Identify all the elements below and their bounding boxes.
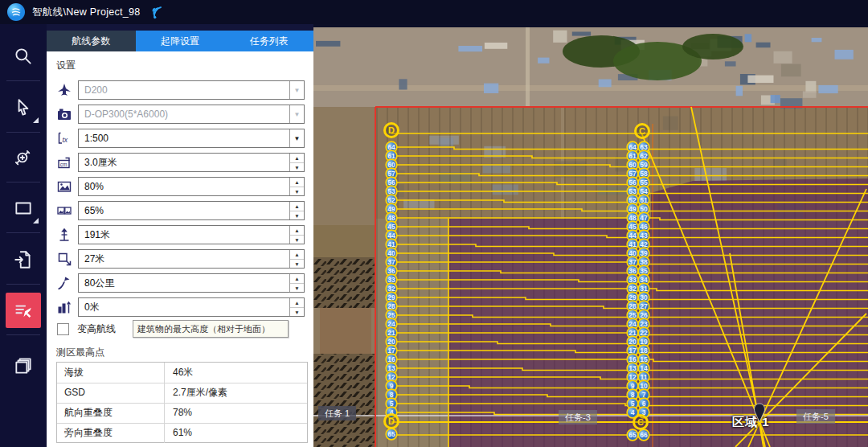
cursor-icon [13,97,34,118]
route-parameters-panel: 航线参数起降设置任务列表 设置 D200▼D-OP300(5*A6000)▼tx… [47,24,313,447]
variable-height-label: 变高航线 [77,322,116,335]
import-file-icon [13,249,34,270]
field-row-side-overlap: 65%▲▼ [47,201,313,220]
toolbar-separator [6,232,40,233]
gsd-input[interactable]: 3.0厘米▲▼ [78,153,305,172]
stats-row-2: GSD2.7厘米/像素 [57,383,307,404]
tool-import-file[interactable] [6,242,41,277]
title-bar: 智航线\New Project_98 [0,0,868,24]
max-distance-value: 80公里 [84,274,114,292]
tab-takeoff-settings[interactable]: 起降设置 [136,31,225,51]
tool-search[interactable] [6,39,41,74]
side-overlap-input[interactable]: 65%▲▼ [78,201,305,220]
svg-text:D: D [388,125,395,135]
tool-palette [0,24,47,447]
submenu-corner-icon [33,117,39,123]
layers-icon [13,355,34,376]
forward-overlap-input[interactable]: 80%▲▼ [78,177,305,196]
region-label: 区域 1 [732,415,770,430]
svg-text:4: 4 [631,408,635,416]
margin-icon [57,252,72,266]
tooltip: 建筑物的最大高度（相对于地面） [133,320,289,338]
tool-route-edit[interactable] [6,293,41,328]
altitude-icon [57,228,72,242]
field-row-boundary-margin: 27米▲▼ [47,249,313,269]
gsd-spinner[interactable]: ▲▼ [289,154,304,171]
forward-overlap-spinner[interactable]: ▲▼ [289,178,304,195]
flight-altitude-spinner[interactable]: ▲▼ [289,226,304,244]
field-row-camera-model: D-OP300(5*A6000)▼ [47,105,313,124]
settings-section-label: 设置 [56,59,76,72]
task-badge-1[interactable]: 任务 1 [318,406,356,420]
building-height-icon [57,300,72,314]
stats-label: 海拔 [57,363,165,383]
tool-zoom-area[interactable] [6,140,41,175]
side-overlap-value: 65% [84,202,104,219]
field-row-gsd: cm3.0厘米▲▼ [47,153,313,172]
map-scale-input[interactable]: 1:500▼ [78,129,305,148]
terrain-height-spinner[interactable]: ▲▼ [289,298,304,316]
field-row-flight-altitude: 191米▲▼ [47,225,313,244]
stats-row-3: 航向重叠度78% [57,403,307,424]
gsd-value: 3.0厘米 [84,154,117,171]
svg-text:C: C [639,126,645,136]
toolbar-separator [6,182,40,182]
stats-label: GSD [57,383,165,403]
stats-label: 旁向重叠度 [57,423,165,443]
flight-altitude-input[interactable]: 191米▲▼ [78,225,305,244]
tab-strip: 航线参数起降设置任务列表 [47,24,313,51]
aircraft-model-dropdown-button[interactable]: ▼ [289,81,304,99]
svg-text:C: C [637,417,644,427]
stats-value: 61% [165,423,307,443]
task-badge-5[interactable]: 任务-5 [796,409,835,424]
flight-altitude-value: 191米 [84,226,110,244]
tool-draw-rectangle[interactable] [6,191,41,226]
signal-waves-icon [149,4,166,20]
camera-model-dropdown-button[interactable]: ▼ [289,105,304,123]
stats-value: 78% [165,403,307,423]
panel-body: 设置 D200▼D-OP300(5*A6000)▼tx1:500▼cm3.0厘米… [47,51,313,447]
field-row-forward-overlap: 80%▲▼ [47,177,313,196]
map-scene: DC64616057565352494845444140373633322928… [313,27,868,447]
svg-text:tx: tx [63,136,68,144]
aircraft-model-value: D200 [84,81,108,99]
tool-layers[interactable] [6,348,41,383]
boundary-margin-spinner[interactable]: ▲▼ [289,250,304,268]
camera-model-input: D-OP300(5*A6000)▼ [78,105,305,124]
stats-value: 2.7厘米/像素 [165,383,307,403]
toolbar-separator [6,284,40,285]
app-logo-icon [7,3,25,21]
camera-model-value: D-OP300(5*A6000) [84,105,168,123]
field-row-terrain-height: 0米▲▼ [47,297,313,317]
forward-overlap-icon [57,179,72,194]
tool-select-cursor[interactable] [6,90,41,125]
app-title: 智航线\New Project_98 [32,0,141,24]
route-plane-icon [13,300,34,321]
variable-height-checkbox[interactable] [57,323,69,335]
toolbar-separator [6,80,40,81]
terrain-height-input[interactable]: 0米▲▼ [78,297,305,317]
map-canvas[interactable]: 任务 1 任务-3 任务-5 区域 1 DC646160575653524948… [313,27,868,447]
aircraft-icon [57,83,72,97]
terrain-height-value: 0米 [84,298,100,316]
tab-route-params[interactable]: 航线参数 [47,31,136,51]
task-badge-3[interactable]: 任务-3 [559,410,597,424]
field-row-max-distance: 80公里▲▼ [47,273,313,293]
map-scale-dropdown-button[interactable]: ▼ [289,129,304,147]
stats-row-1: 海拔46米 [57,363,307,383]
tab-task-list[interactable]: 任务列表 [224,31,313,51]
max-distance-spinner[interactable]: ▲▼ [289,274,304,292]
max-distance-input[interactable]: 80公里▲▼ [78,273,305,293]
camera-icon [57,107,72,121]
svg-text:cm: cm [60,162,68,167]
toolbar-separator [6,132,40,133]
boundary-margin-input[interactable]: 27米▲▼ [78,249,305,269]
boundary-margin-value: 27米 [84,250,104,268]
side-overlap-icon [57,203,72,218]
gsd-icon: cm [57,155,72,170]
stats-label: 航向重叠度 [57,403,165,423]
forward-overlap-value: 80% [84,178,104,195]
map-scale-value: 1:500 [84,129,108,147]
side-overlap-spinner[interactable]: ▲▼ [289,202,304,219]
highest-point-section-label: 测区最高点 [56,346,104,359]
